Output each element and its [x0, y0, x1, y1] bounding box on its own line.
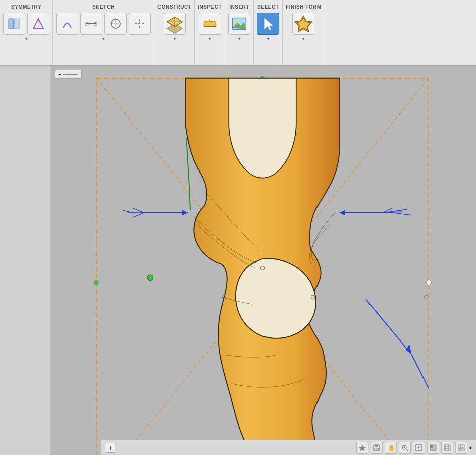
construct-dropdown[interactable]: ▾	[174, 37, 176, 41]
sketch-line-button[interactable]	[80, 13, 102, 35]
insert-label: INSERT	[229, 4, 249, 10]
svg-rect-60	[430, 445, 433, 448]
svg-rect-1	[15, 19, 20, 29]
select-tool-button[interactable]	[257, 13, 279, 35]
sketch-circle-button[interactable]	[104, 13, 127, 35]
symmetry-label: SYMMETRY	[11, 4, 41, 10]
svg-rect-69	[462, 448, 464, 451]
sketch-arc-button[interactable]	[56, 13, 78, 35]
construct-label: CONSTRUCT	[157, 4, 191, 10]
svg-line-53	[406, 449, 408, 451]
select-label: SELECT	[257, 4, 279, 10]
zoom-control[interactable]: −	[55, 70, 82, 79]
svg-marker-39	[340, 210, 345, 215]
zoom-bar	[63, 74, 78, 75]
symmetry-plane-button[interactable]	[3, 13, 25, 35]
save-button[interactable]	[371, 442, 383, 454]
construct-tools	[164, 13, 186, 35]
finish-form-section: FINISH FORM ▾	[283, 0, 325, 66]
left-arrow-annotation	[123, 208, 188, 217]
svg-marker-45	[406, 344, 411, 355]
select-section: SELECT ▾	[254, 0, 283, 66]
sketch-section: SKETCH	[53, 0, 154, 66]
symmetry-section: SYMMETRY ▾	[0, 0, 53, 66]
zoom-button[interactable]	[399, 442, 411, 454]
zoom-minus-icon[interactable]: −	[58, 71, 61, 77]
finish-form-tools	[292, 13, 314, 35]
svg-rect-68	[458, 448, 461, 451]
sketch-label: SKETCH	[92, 4, 115, 10]
svg-point-26	[235, 20, 238, 23]
select-dropdown[interactable]: ▾	[267, 37, 269, 41]
left-panel	[0, 66, 50, 455]
insert-image-button[interactable]	[228, 13, 250, 35]
toolbar: SYMMETRY ▾ SKETCH	[0, 0, 476, 66]
sketch-dropdown[interactable]: ▾	[102, 37, 104, 41]
svg-rect-66	[458, 445, 461, 447]
view-options-dropdown[interactable]: ▾	[469, 445, 472, 450]
bottom-left-area: +	[105, 443, 115, 453]
diagonal-arrow-annotation	[366, 300, 429, 388]
symmetry-mirror-button[interactable]	[27, 13, 49, 35]
svg-line-36	[132, 213, 144, 218]
fit-button[interactable]	[413, 442, 425, 454]
select-tools	[257, 13, 279, 35]
insert-dropdown[interactable]: ▾	[238, 37, 240, 41]
handle-top-left-mid[interactable]	[197, 177, 202, 182]
inspect-section: INSPECT ▾	[195, 0, 225, 66]
display-mode-button[interactable]	[427, 442, 439, 454]
svg-rect-67	[462, 445, 464, 447]
construct-plane-button[interactable]	[164, 13, 186, 35]
right-arrow-annotation	[340, 208, 412, 215]
bottom-tools: ✋	[356, 442, 472, 454]
sketch-dash-button[interactable]	[129, 13, 151, 35]
inspect-tools	[199, 13, 221, 35]
insert-tools	[228, 13, 250, 35]
svg-rect-65	[444, 445, 450, 451]
insert-section: INSERT ▾	[225, 0, 254, 66]
pan-button[interactable]: ✋	[385, 442, 397, 454]
svg-line-34	[132, 208, 144, 213]
right-center-handle[interactable]	[426, 280, 431, 285]
main-canvas-svg	[81, 76, 444, 455]
inspect-label: INSPECT	[198, 4, 222, 10]
svg-rect-19	[204, 22, 216, 27]
left-center-handle[interactable]	[94, 280, 99, 285]
svg-line-44	[366, 300, 412, 355]
svg-line-46	[412, 355, 429, 388]
handle-right-1[interactable]	[425, 295, 429, 299]
construct-section: CONSTRUCT ▾	[154, 0, 195, 66]
svg-rect-0	[9, 19, 14, 29]
svg-marker-47	[359, 445, 366, 451]
finish-form-button[interactable]	[292, 13, 314, 35]
svg-line-43	[393, 213, 412, 215]
svg-rect-49	[375, 445, 378, 447]
sketch-tools	[56, 13, 151, 35]
add-button[interactable]: +	[105, 443, 115, 453]
view-options-button[interactable]	[455, 442, 467, 454]
green-curve-left	[186, 138, 190, 210]
nav-mode-button[interactable]	[356, 442, 368, 454]
handle-green[interactable]	[147, 275, 153, 280]
symmetry-tools	[3, 13, 49, 35]
svg-marker-33	[182, 210, 188, 215]
bottom-bar: + ✋	[101, 440, 476, 455]
symmetry-dropdown[interactable]: ▾	[25, 37, 27, 41]
inspect-measure-button[interactable]	[199, 13, 221, 35]
inspect-dropdown[interactable]: ▾	[209, 37, 211, 41]
canvas-area[interactable]: −	[50, 66, 476, 455]
finish-form-dropdown[interactable]: ▾	[302, 37, 304, 41]
grid-button[interactable]	[441, 442, 453, 454]
svg-text:✋: ✋	[388, 444, 395, 452]
finish-form-label: FINISH FORM	[286, 4, 322, 10]
